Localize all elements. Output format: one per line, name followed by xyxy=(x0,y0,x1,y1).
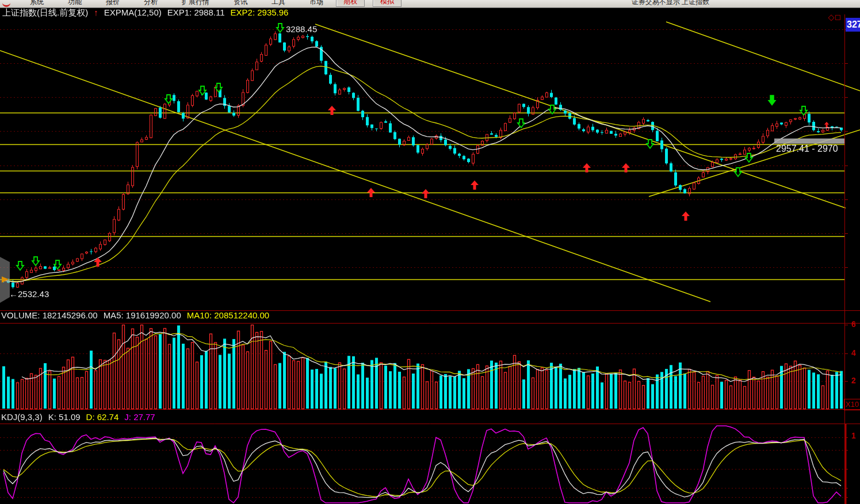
exp1-value: EXP1: 2988.11 xyxy=(167,8,225,18)
menu-item-quotes[interactable]: 报价 xyxy=(101,0,124,7)
price-scale-badge: 327 xyxy=(846,18,860,32)
volume-header: VOLUME: 182145296.00 MA5: 191619920.00 M… xyxy=(1,311,269,321)
kdj-name[interactable]: KDJ(9,3,3) xyxy=(1,413,43,422)
low-price-label: ←2532.43 xyxy=(9,290,49,299)
volume-ma5-value: MA5: 191619920.00 xyxy=(104,311,181,321)
menu-item-analysis[interactable]: 分析 xyxy=(139,0,162,7)
menu-item-tools[interactable]: 工具 xyxy=(267,0,290,7)
volume-axis-tick-4: 4 xyxy=(851,349,856,357)
current-price-range-label: 2957.41 - 2970 xyxy=(776,144,844,154)
menu-item-function[interactable]: 功能 xyxy=(63,0,86,7)
square-icon[interactable] xyxy=(835,15,840,20)
volume-value: VOLUME: 182145296.00 xyxy=(1,311,98,321)
volume-axis-tick-6: 6 xyxy=(851,320,856,329)
chart-title-bar: 上证指数(日线.前复权) ↑ EXPMA(12,50) EXP1: 2988.1… xyxy=(2,8,288,18)
volume-axis-tick-2: 2 xyxy=(851,376,856,385)
menu-item-market[interactable]: 市场 xyxy=(305,0,328,7)
menu-item-sim-highlight[interactable]: 模拟 xyxy=(373,0,402,7)
menu-bar: 系统 功能 报价 分析 扩展行情 资讯 工具 市场 期权 模拟 证券交易不显示 … xyxy=(0,0,860,8)
menu-item-extended-quotes[interactable]: 扩展行情 xyxy=(177,0,214,7)
kdj-d-value: D: 62.74 xyxy=(86,413,119,422)
kdj-header: KDJ(9,3,3) K: 51.09 D: 62.74 J: 27.77 xyxy=(1,413,155,422)
kdj-k-value: K: 51.09 xyxy=(48,413,81,422)
chart-canvas[interactable] xyxy=(0,0,860,504)
symbol-title[interactable]: 上证指数(日线.前复权) xyxy=(2,8,88,18)
menu-item-news[interactable]: 资讯 xyxy=(229,0,252,7)
indicator-name[interactable]: EXPMA(12,50) xyxy=(104,8,162,18)
menu-bar-status-text: 证券交易不显示 上证指数 xyxy=(632,0,709,7)
kdj-axis-tick-100: 1 xyxy=(851,432,856,440)
app-logo-icon[interactable] xyxy=(2,0,10,7)
kdj-j-value: J: 27.77 xyxy=(124,413,155,422)
exp2-value: EXP2: 2935.96 xyxy=(231,8,289,18)
peak-price-label: 3288.45 xyxy=(286,25,317,34)
trading-app-window: 系统 功能 报价 分析 扩展行情 资讯 工具 市场 期权 模拟 证券交易不显示 … xyxy=(0,0,860,504)
volume-scale-badge: X10 xyxy=(844,399,860,410)
volume-ma10-value: MA10: 208512240.00 xyxy=(187,311,269,321)
menu-item-options-highlight[interactable]: 期权 xyxy=(336,0,365,7)
menu-item-system[interactable]: 系统 xyxy=(25,0,48,7)
up-arrow-icon: ↑ xyxy=(94,8,98,18)
